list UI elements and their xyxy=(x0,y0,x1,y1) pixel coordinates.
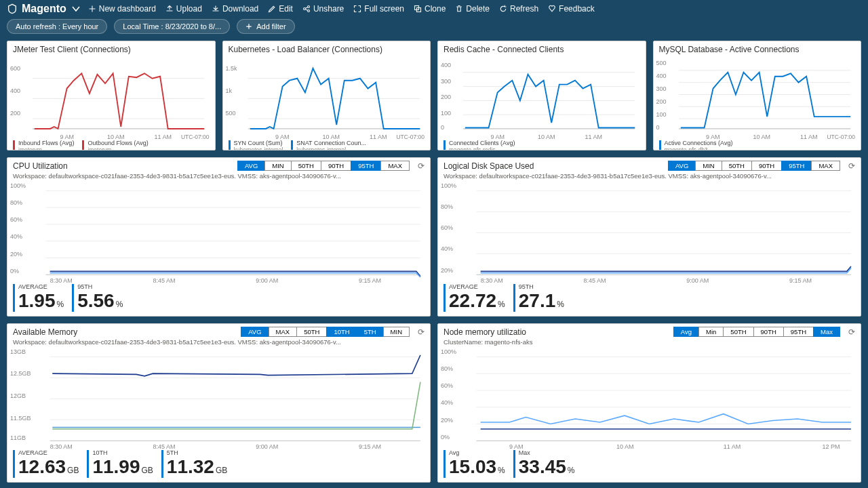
tile-nodemem[interactable]: Node memory utilizatio Avg Min 50TH 90TH… xyxy=(437,323,861,483)
kpi-cpu-avg: AVERAGE 1.95% xyxy=(13,284,64,312)
tile-title: Available Memory xyxy=(13,327,77,337)
kpi-mem-5th: 5TH 11.32GB xyxy=(161,450,227,478)
tile-subtitle: Workspace: defaultworkspace-c021faae-235… xyxy=(7,172,430,180)
kpi-disk-95: 95TH 27.1% xyxy=(513,284,564,312)
edit-button[interactable]: Edit xyxy=(268,4,293,14)
chart-disk: 100% 80% 60% 40% 20% 8:30 AM 8:45 AM 9:0… xyxy=(443,182,855,283)
tile-mem[interactable]: Available Memory AVG MAX 50TH 10TH 5TH M… xyxy=(7,323,431,483)
tile-title: Redis Cache - Connected Clients xyxy=(443,45,564,54)
tile-cpu[interactable]: CPU Utilization AVG MIN 50TH 90TH 95TH M… xyxy=(7,157,431,317)
kpi-snat: SNAT Connection Coun... kubernetes-inter… xyxy=(291,140,366,150)
refresh-icon[interactable]: ⟳ xyxy=(418,327,425,337)
kpi-mem-10th: 10TH 11.99GB xyxy=(87,450,153,478)
segmented-mem: AVG MAX 50TH 10TH 5TH MIN xyxy=(241,327,410,337)
tile-disk[interactable]: Logical Disk Space Used AVG MIN 50TH 90T… xyxy=(437,157,861,317)
tile-subtitle: Workspace: defaultworkspace-c021faae-235… xyxy=(7,338,430,346)
timerange-pill[interactable]: Local Time : 8/23/2020 to 8/... xyxy=(114,19,230,34)
refresh-icon[interactable]: ⟳ xyxy=(418,161,425,171)
feedback-button[interactable]: Feedback xyxy=(548,4,595,14)
tile-title: Kubernetes - Load Balancer (Connections) xyxy=(229,45,382,54)
unshare-button[interactable]: Unshare xyxy=(302,4,344,14)
tile-k8s[interactable]: Kubernetes - Load Balancer (Connections)… xyxy=(222,41,431,150)
download-button[interactable]: Download xyxy=(212,4,258,14)
kpi-syn: SYN Count (Sum) kubernetes-internal 20.9… xyxy=(229,140,283,150)
new-dashboard-button[interactable]: New dashboard xyxy=(88,4,156,14)
kpi-mysql-conn: Active Connections (Avg) magento-nfs-db3… xyxy=(659,140,733,150)
chart-mem: 13GB 12.5GB 12GB 11.5GB 11GB 8:30 AM 8:4… xyxy=(13,348,425,449)
tile-title: Logical Disk Space Used xyxy=(443,161,534,171)
svg-point-1 xyxy=(307,6,309,8)
fullscreen-button[interactable]: Full screen xyxy=(353,4,404,14)
tile-subtitle: Workspace: defaultworkspace-c021faae-235… xyxy=(438,172,861,180)
upload-button[interactable]: Upload xyxy=(165,4,202,14)
tile-mysql[interactable]: MySQL Database - Active Connections 500 … xyxy=(653,41,862,150)
chart-redis: 400 300 200 100 0 9 AM 10 AM 11 AM xyxy=(443,58,640,139)
tile-title: CPU Utilization xyxy=(13,161,68,171)
delete-button[interactable]: Delete xyxy=(455,4,490,14)
tile-title: Node memory utilizatio xyxy=(443,327,526,337)
chart-jmeter: 600 400 200 9 AM 10 AM 11 AM UTC-07:00 xyxy=(13,58,210,139)
segmented-disk: AVG MIN 50TH 90TH 95TH MAX xyxy=(668,161,840,171)
refresh-icon[interactable]: ⟳ xyxy=(848,327,855,337)
kpi-redis-clients: Connected Clients (Avg) magento-nfs-redi… xyxy=(443,140,515,150)
kpi-nodemem-max: Max 33.45% xyxy=(513,450,575,478)
chart-cpu: 100% 80% 60% 40% 20% 0% 8:30 AM 8:45 AM … xyxy=(13,182,425,283)
kpi-disk-avg: AVERAGE 22.72% xyxy=(443,284,505,312)
autorefresh-pill[interactable]: Auto refresh : Every hour xyxy=(7,19,107,34)
kpi-mem-avg: AVERAGE 12.63GB xyxy=(13,450,79,478)
addfilter-pill[interactable]: Add filter xyxy=(237,19,294,34)
chart-mysql: 500 400 300 200 100 0 9 AM 10 AM 11 AM U… xyxy=(659,58,856,139)
chart-k8s: 1.5k 1k 500 9 AM 10 AM 11 AM UTC-07:00 xyxy=(229,58,425,139)
tile-jmeter[interactable]: JMeter Test Client (Connections) 600 400… xyxy=(7,41,216,150)
refresh-icon[interactable]: ⟳ xyxy=(848,161,855,171)
segmented-nodemem: Avg Min 50TH 90TH 95TH Max xyxy=(673,327,840,337)
tile-title: MySQL Database - Active Connections xyxy=(659,45,800,54)
tile-subtitle: ClusterName: magento-nfs-aks xyxy=(438,338,861,346)
chart-nodemem: 100% 80% 60% 40% 20% 0% 9 AM 10 AM 11 AM… xyxy=(443,348,855,449)
refresh-button[interactable]: Refresh xyxy=(499,4,538,14)
svg-point-0 xyxy=(303,8,305,10)
kpi-outbound: Outbound Flows (Avg) jmetervm 245.92 xyxy=(82,140,148,150)
svg-point-2 xyxy=(307,10,309,12)
clone-button[interactable]: Clone xyxy=(414,4,446,14)
tile-title: JMeter Test Client (Connections) xyxy=(13,45,131,54)
tile-redis[interactable]: Redis Cache - Connected Clients 400 300 … xyxy=(437,41,646,150)
kpi-inbound: Inbound Flows (Avg) jmetervm 245.83 xyxy=(13,140,74,150)
kpi-cpu-95: 95TH 5.56% xyxy=(72,284,123,312)
dashboard-title[interactable]: Magento xyxy=(7,3,81,15)
segmented-cpu: AVG MIN 50TH 90TH 95TH MAX xyxy=(237,161,410,171)
kpi-nodemem-avg: Avg 15.03% xyxy=(443,450,505,478)
